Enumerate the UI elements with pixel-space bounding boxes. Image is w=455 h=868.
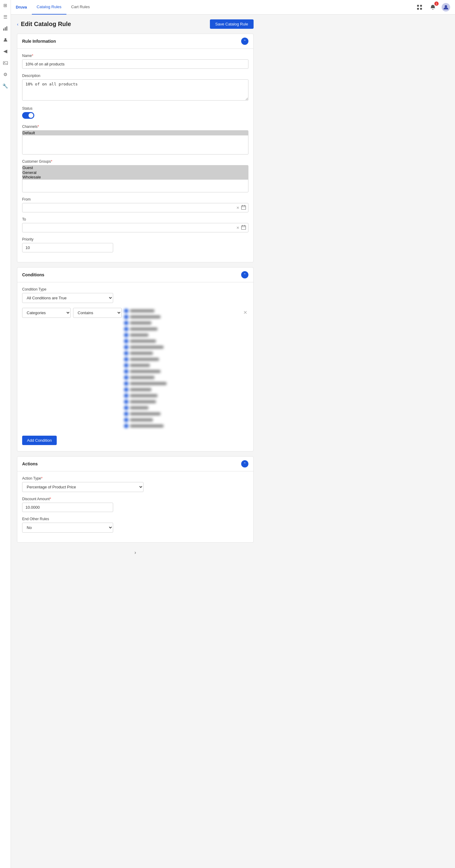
- page-content: ‹ Edit Catalog Rule Save Catalog Rule Ru…: [11, 14, 260, 563]
- sidebar-icon-tools[interactable]: 🔧: [2, 83, 8, 89]
- user-avatar[interactable]: [442, 3, 450, 11]
- svg-point-10: [445, 5, 447, 7]
- from-label: From: [22, 197, 249, 202]
- blurred-values: [124, 308, 239, 429]
- channels-label: Channels*: [22, 125, 249, 129]
- sidebar-icon-users[interactable]: [2, 37, 8, 43]
- page-title: Edit Catalog Rule: [21, 21, 71, 28]
- save-catalog-rule-button[interactable]: Save Catalog Rule: [210, 20, 254, 29]
- to-date-clear[interactable]: ✕: [236, 226, 239, 230]
- svg-rect-12: [243, 205, 243, 206]
- channels-select[interactable]: Default: [22, 130, 249, 155]
- from-date-clear[interactable]: ✕: [236, 206, 239, 210]
- svg-rect-14: [241, 225, 246, 229]
- tab-cart-rules[interactable]: Cart Rules: [66, 0, 95, 14]
- notification-badge: 1: [434, 1, 438, 6]
- end-other-rules-select[interactable]: No Yes: [22, 523, 113, 533]
- status-toggle[interactable]: [22, 112, 34, 119]
- description-input[interactable]: 10% of on all products: [22, 80, 249, 101]
- chevron-right-icon: ›: [134, 550, 136, 555]
- back-button[interactable]: ‹: [17, 22, 19, 27]
- actions-header[interactable]: Actions ⌃: [17, 457, 253, 471]
- customer-groups-option-guest: Guest: [23, 165, 248, 170]
- action-type-select[interactable]: Percentage of Product Price Fixed Amount…: [22, 482, 143, 492]
- sidebar: ⊞ ☰ ⚙ 🔧: [0, 0, 11, 868]
- status-label: Status: [22, 106, 249, 111]
- rule-information-chevron-up: ⌃: [241, 37, 249, 45]
- actions-section: Actions ⌃ Action Type* Percentage of Pro…: [17, 456, 254, 542]
- name-input[interactable]: [22, 59, 249, 69]
- svg-rect-6: [417, 5, 419, 7]
- topbar-left: Druva Catalog Rules Cart Rules: [16, 0, 95, 14]
- conditions-section: Conditions ⌃ Condition Type All Conditio…: [17, 267, 254, 452]
- to-date-wrap: ✕: [22, 223, 249, 232]
- notification-button[interactable]: 1: [428, 3, 437, 12]
- condition-values-list: [124, 308, 239, 429]
- condition-type-select[interactable]: All Conditions are True Any Conditions a…: [22, 293, 113, 303]
- condition-field-select[interactable]: Categories SKU Price: [22, 308, 71, 318]
- discount-amount-input[interactable]: [22, 503, 113, 512]
- name-label: Name*: [22, 54, 249, 58]
- toggle-slider: [22, 112, 34, 119]
- topbar: Druva Catalog Rules Cart Rules 1: [11, 0, 455, 14]
- description-label: Description: [22, 73, 249, 78]
- add-condition-button[interactable]: Add Condition: [22, 436, 57, 445]
- actions-chevron-up: ⌃: [241, 460, 249, 467]
- condition-row: Categories SKU Price Contains Not Contai…: [22, 308, 249, 429]
- actions-body: Action Type* Percentage of Product Price…: [17, 471, 253, 542]
- delete-condition-button[interactable]: ✕: [242, 309, 249, 316]
- priority-field-group: Priority: [22, 237, 249, 252]
- to-date-calendar-icon[interactable]: [241, 225, 246, 230]
- rule-information-section: Rule Information ⌃ Name* Description 10%…: [17, 34, 254, 262]
- description-field-group: Description 10% of on all products: [22, 73, 249, 101]
- sidebar-icon-media[interactable]: [2, 60, 8, 66]
- conditions-title: Conditions: [22, 272, 44, 277]
- customer-groups-select[interactable]: Guest General Wholesale: [22, 165, 249, 192]
- sidebar-icon-marketing[interactable]: [2, 49, 8, 55]
- svg-rect-16: [244, 225, 245, 226]
- conditions-body: Condition Type All Conditions are True A…: [17, 282, 253, 451]
- svg-rect-9: [420, 8, 422, 10]
- customer-groups-option-wholesale: Wholesale: [23, 175, 248, 180]
- conditions-chevron-up: ⌃: [241, 271, 249, 278]
- condition-type-label: Condition Type: [22, 287, 249, 291]
- priority-input[interactable]: [22, 243, 113, 252]
- from-date-calendar-icon[interactable]: [241, 205, 246, 211]
- svg-rect-8: [417, 8, 419, 10]
- svg-rect-11: [241, 206, 246, 209]
- conditions-header[interactable]: Conditions ⌃: [17, 268, 253, 282]
- from-field-group: From ✕: [22, 197, 249, 212]
- svg-rect-13: [244, 205, 245, 206]
- to-label: To: [22, 217, 249, 221]
- customer-groups-field-group: Customer Groups* Guest General Wholesale: [22, 159, 249, 192]
- status-field-group: Status: [22, 106, 249, 120]
- priority-label: Priority: [22, 237, 249, 242]
- to-field-group: To ✕: [22, 217, 249, 232]
- grid-icon-button[interactable]: [415, 3, 424, 12]
- rule-information-header[interactable]: Rule Information ⌃: [17, 34, 253, 49]
- customer-groups-option-general: General: [23, 170, 248, 175]
- to-date-input[interactable]: [22, 223, 249, 232]
- tab-catalog-rules[interactable]: Catalog Rules: [32, 0, 66, 14]
- svg-rect-0: [3, 29, 4, 31]
- from-date-input[interactable]: [22, 203, 249, 212]
- footer-chevron[interactable]: ›: [17, 548, 254, 558]
- svg-rect-1: [5, 27, 6, 31]
- sidebar-icon-analytics[interactable]: [2, 26, 8, 32]
- discount-amount-label: Discount Amount*: [22, 497, 249, 501]
- customer-groups-label: Customer Groups*: [22, 159, 249, 164]
- page-header-left: ‹ Edit Catalog Rule: [17, 21, 71, 28]
- sidebar-icon-settings[interactable]: ⚙: [2, 71, 8, 78]
- topbar-right: 1: [415, 3, 450, 12]
- end-other-rules-field-group: End Other Rules No Yes: [22, 517, 249, 533]
- rule-information-body: Name* Description 10% of on all products…: [17, 49, 253, 262]
- from-date-wrap: ✕: [22, 203, 249, 212]
- condition-operator-select[interactable]: Contains Not Contains Equals: [73, 308, 122, 318]
- channels-option-default: Default: [23, 131, 248, 135]
- sidebar-icon-dashboard[interactable]: ⊞: [2, 2, 8, 8]
- sidebar-icon-list[interactable]: ☰: [2, 14, 8, 20]
- action-type-field-group: Action Type* Percentage of Product Price…: [22, 476, 249, 492]
- svg-rect-2: [6, 26, 7, 31]
- condition-type-field-group: Condition Type All Conditions are True A…: [22, 287, 249, 303]
- svg-rect-7: [420, 5, 422, 7]
